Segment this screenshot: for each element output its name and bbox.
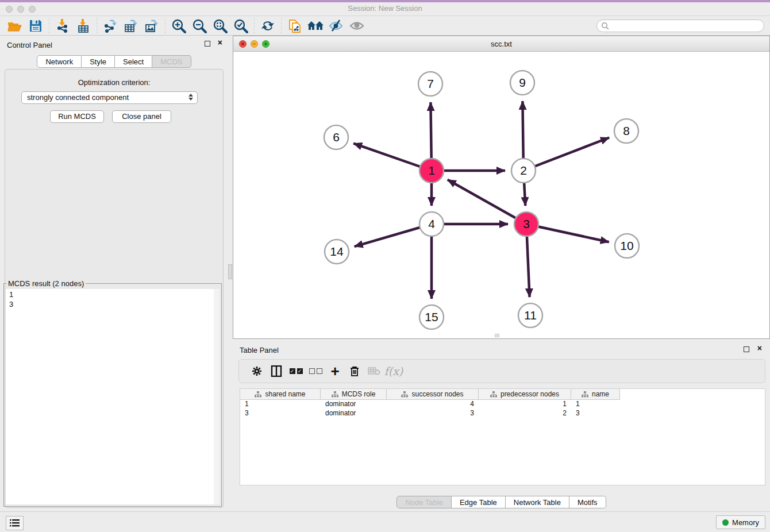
- tab-style[interactable]: Style: [82, 55, 115, 68]
- table-settings-gear-icon[interactable]: [247, 363, 267, 380]
- import-table-icon[interactable]: [73, 17, 94, 34]
- open-folder-icon[interactable]: [5, 17, 25, 34]
- table-row[interactable]: 3dominator323: [240, 409, 765, 418]
- table-cell[interactable]: 2: [479, 409, 571, 418]
- attribute-type-icon: [332, 391, 338, 398]
- tab-select[interactable]: Select: [115, 55, 152, 68]
- add-column-icon[interactable]: +: [325, 363, 345, 380]
- attribute-type-icon: [401, 391, 408, 398]
- table-cell[interactable]: dominator: [321, 400, 387, 409]
- column-header-shared-name[interactable]: shared name: [240, 389, 321, 400]
- mcds-result-area[interactable]: 1 3: [6, 289, 220, 504]
- network-window-title: scc.txt: [233, 40, 769, 48]
- close-panel-button[interactable]: Close panel: [112, 110, 171, 123]
- show-all-icon[interactable]: [346, 17, 367, 34]
- window-title: Session: New Session: [0, 4, 770, 13]
- application-window: Session: New Session: [0, 0, 770, 532]
- node-label-9: 9: [519, 76, 526, 89]
- run-mcds-button[interactable]: Run MCDS: [50, 110, 104, 123]
- optimization-criterion-label: Optimization criterion:: [0, 78, 228, 87]
- result-scrollbar[interactable]: [214, 289, 220, 504]
- column-header-MCDS-role[interactable]: MCDS role: [321, 389, 387, 400]
- table-toolbar: ✓✓ + f(x): [238, 359, 765, 383]
- toolbar-separator: [97, 18, 97, 33]
- table-cell[interactable]: dominator: [321, 409, 387, 418]
- node-label-15: 15: [425, 310, 438, 323]
- delete-table-icon: [364, 363, 384, 380]
- control-panel-title: Control Panel: [7, 41, 52, 49]
- function-builder-icon: f(x): [384, 363, 403, 380]
- import-network-icon[interactable]: [52, 17, 73, 34]
- table-cell[interactable]: 3: [387, 409, 479, 418]
- search-field[interactable]: [596, 20, 764, 32]
- control-panel-tabs: NetworkStyleSelectMCDS: [0, 55, 228, 68]
- splitter-handle[interactable]: [228, 264, 232, 279]
- zoom-in-icon[interactable]: [168, 17, 189, 34]
- deselect-all-icon[interactable]: [306, 363, 325, 380]
- tab-node-table[interactable]: Node Table: [396, 496, 452, 508]
- table-row[interactable]: 1dominator411: [240, 400, 765, 409]
- task-history-button[interactable]: [6, 516, 24, 530]
- export-table-icon[interactable]: [121, 17, 141, 34]
- node-label-14: 14: [330, 245, 344, 258]
- optimization-criterion-select[interactable]: strongly connected component: [21, 91, 198, 104]
- resize-grip[interactable]: [495, 334, 499, 337]
- close-icon[interactable]: ×: [218, 38, 222, 47]
- tab-network[interactable]: Network: [37, 55, 82, 68]
- table-cell[interactable]: 1: [571, 400, 620, 409]
- node-label-2: 2: [520, 164, 527, 177]
- tab-mcds[interactable]: MCDS: [152, 55, 191, 68]
- status-bar: Memory: [0, 511, 770, 532]
- table-panel-title: Table Panel: [240, 346, 279, 354]
- delete-column-trash-icon[interactable]: [345, 363, 364, 380]
- node-label-8: 8: [623, 124, 630, 137]
- table-cell[interactable]: 3: [571, 409, 620, 418]
- network-window-titlebar[interactable]: × − + scc.txt: [233, 36, 769, 52]
- edge-2-8[interactable]: [523, 138, 609, 171]
- column-header-predecessor-nodes[interactable]: predecessor nodes: [479, 389, 571, 400]
- table-cell[interactable]: 1: [240, 400, 321, 409]
- float-panel-icon[interactable]: [205, 41, 210, 47]
- table-cell[interactable]: 3: [240, 409, 321, 418]
- first-neighbors-icon[interactable]: [305, 17, 326, 34]
- memory-button[interactable]: Memory: [716, 515, 765, 529]
- float-panel-icon[interactable]: [744, 346, 749, 352]
- node-label-1: 1: [428, 164, 435, 177]
- tab-edge-table[interactable]: Edge Table: [452, 496, 506, 508]
- tab-network-table[interactable]: Network Table: [506, 496, 569, 508]
- toolbar-separator: [281, 18, 282, 33]
- toolbar-separator: [49, 18, 49, 33]
- control-panel: Control Panel × NetworkStyleSelectMCDS O…: [0, 36, 228, 511]
- edge-3-1[interactable]: [448, 180, 526, 224]
- close-icon[interactable]: ×: [757, 344, 762, 353]
- memory-label: Memory: [732, 518, 759, 527]
- column-header-successor-nodes[interactable]: successor nodes: [387, 389, 479, 400]
- attribute-type-icon: [490, 391, 497, 398]
- select-all-icon[interactable]: ✓✓: [286, 363, 306, 380]
- show-columns-icon[interactable]: [267, 363, 286, 380]
- node-table[interactable]: shared nameMCDS rolesuccessor nodesprede…: [240, 388, 765, 485]
- column-header-name[interactable]: name: [571, 389, 620, 400]
- search-icon: [601, 22, 609, 30]
- tab-motifs[interactable]: Motifs: [569, 496, 606, 508]
- table-cell[interactable]: 4: [387, 400, 479, 409]
- network-canvas[interactable]: 7968124314101511: [233, 52, 769, 338]
- apply-layout-icon[interactable]: [257, 17, 278, 34]
- zoom-fit-icon[interactable]: [210, 17, 230, 34]
- hide-selected-icon[interactable]: [326, 17, 346, 34]
- zoom-selected-icon[interactable]: [230, 17, 251, 34]
- attribute-type-icon: [255, 391, 261, 398]
- duplicate-network-icon[interactable]: [284, 17, 305, 34]
- list-icon: [10, 519, 20, 527]
- main-toolbar: [0, 16, 770, 36]
- search-input[interactable]: [609, 21, 764, 31]
- mcds-result-text: 1 3: [6, 289, 214, 504]
- zoom-out-icon[interactable]: [189, 17, 210, 34]
- export-image-icon[interactable]: [141, 17, 162, 34]
- table-header-row: shared nameMCDS rolesuccessor nodesprede…: [240, 389, 765, 400]
- save-session-icon[interactable]: [25, 17, 46, 34]
- node-label-7: 7: [427, 77, 434, 90]
- node-label-4: 4: [428, 217, 435, 230]
- table-cell[interactable]: 1: [479, 400, 571, 409]
- export-network-icon[interactable]: [100, 17, 121, 34]
